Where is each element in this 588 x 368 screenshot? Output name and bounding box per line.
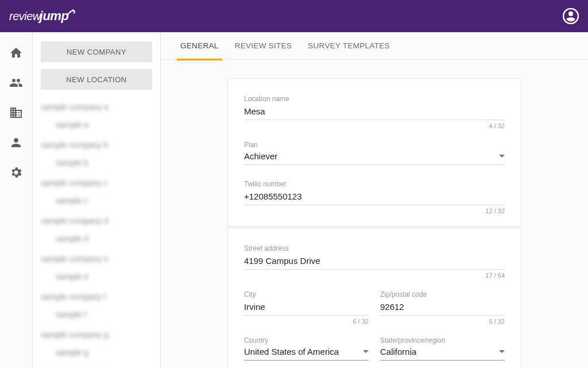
chevron-down-icon	[499, 350, 505, 353]
street-input[interactable]: 4199 Campus Drive	[244, 255, 505, 270]
nav-person[interactable]	[9, 136, 23, 150]
location-name-input[interactable]: Mesa	[244, 105, 505, 120]
company-icon	[9, 106, 23, 120]
list-item[interactable]: sample company g	[41, 329, 152, 341]
account-button[interactable]	[563, 8, 579, 24]
field-country: Country United States of America	[244, 329, 369, 361]
account-icon	[563, 8, 579, 24]
country-value: United States of America	[244, 347, 339, 356]
list-item[interactable]: sample company b	[41, 139, 152, 151]
nav-settings[interactable]	[9, 166, 23, 179]
city-input[interactable]: Irvine	[244, 301, 369, 316]
logo: review jump	[9, 9, 76, 24]
location-name-label: Location name	[244, 95, 505, 103]
street-label: Street address	[244, 244, 505, 252]
tab-survey-templates[interactable]: SURVEY TEMPLATES	[300, 33, 398, 59]
twilio-label: Twilio number	[244, 180, 505, 188]
person-icon	[9, 136, 23, 150]
sidebar: NEW COMPANY NEW LOCATION sample company …	[33, 32, 161, 368]
list-item[interactable]: sample c	[56, 195, 152, 207]
street-counter: 17 / 64	[244, 272, 505, 279]
tabs: GENERAL REVIEW SITES SURVEY TEMPLATES	[161, 32, 588, 60]
field-plan: Plan Achiever	[244, 134, 505, 165]
zip-input[interactable]: 92612	[380, 301, 505, 316]
state-label: State/province/region	[380, 336, 505, 344]
new-company-button[interactable]: NEW COMPANY	[41, 41, 152, 62]
new-location-button[interactable]: NEW LOCATION	[41, 69, 152, 90]
field-zip: Zip/postal code 92612 5 / 32	[380, 283, 505, 325]
country-select[interactable]: United States of America	[244, 347, 369, 361]
list-item[interactable]: sample d	[56, 233, 152, 245]
form-area: Location name Mesa 4 / 32 Plan Achiever	[161, 60, 588, 368]
plan-select[interactable]: Achiever	[244, 151, 505, 165]
zip-label: Zip/postal code	[380, 290, 505, 298]
list-item[interactable]: sample company d	[41, 215, 152, 227]
city-label: City	[244, 290, 369, 298]
twilio-input[interactable]: +12085550123	[244, 190, 505, 205]
tab-general[interactable]: GENERAL	[172, 33, 227, 59]
field-state: State/province/region California	[380, 329, 505, 361]
list-item[interactable]: sample f	[56, 309, 152, 321]
plan-label: Plan	[244, 141, 505, 149]
field-city: City Irvine 6 / 32	[244, 283, 369, 325]
nav-company[interactable]	[9, 106, 23, 120]
list-item[interactable]: sample g	[56, 347, 152, 359]
gear-icon	[9, 166, 23, 179]
list-item[interactable]: sample company f	[41, 291, 152, 303]
state-select[interactable]: California	[380, 347, 505, 361]
list-item[interactable]: sample company a	[41, 101, 152, 113]
nav-people[interactable]	[9, 76, 23, 90]
card-location-info: Location name Mesa 4 / 32 Plan Achiever	[227, 78, 521, 227]
people-icon	[9, 76, 23, 90]
list-item[interactable]: sample e	[56, 271, 152, 283]
field-street: Street address 4199 Campus Drive 17 / 64	[244, 237, 505, 279]
twilio-counter: 12 / 32	[244, 208, 505, 214]
plan-value: Achiever	[244, 151, 277, 161]
app-header: review jump	[0, 0, 588, 32]
list-item[interactable]: sample company e	[41, 253, 152, 265]
logo-prefix: review	[9, 10, 41, 23]
card-address: Street address 4199 Campus Drive 17 / 64…	[227, 228, 521, 368]
tab-review-sites[interactable]: REVIEW SITES	[227, 33, 300, 59]
list-item[interactable]: sample a	[56, 119, 152, 131]
sidebar-company-list: sample company a sample a sample company…	[41, 101, 152, 368]
state-value: California	[380, 347, 416, 356]
location-name-counter: 4 / 32	[244, 122, 505, 129]
list-item[interactable]: sample b	[56, 157, 152, 169]
chevron-down-icon	[499, 155, 505, 158]
chevron-down-icon	[363, 350, 369, 353]
nav-home[interactable]	[9, 46, 23, 60]
field-twilio: Twilio number +12085550123 12 / 32	[244, 173, 505, 214]
zip-counter: 5 / 32	[380, 318, 505, 325]
nav-rail	[0, 32, 33, 368]
logo-suffix: jump	[40, 9, 69, 24]
city-counter: 6 / 32	[244, 318, 369, 325]
main-panel: GENERAL REVIEW SITES SURVEY TEMPLATES Lo…	[161, 32, 588, 368]
home-icon	[9, 46, 23, 60]
field-location-name: Location name Mesa 4 / 32	[244, 88, 505, 129]
list-item[interactable]: sample company c	[41, 177, 152, 189]
country-label: Country	[244, 336, 369, 344]
